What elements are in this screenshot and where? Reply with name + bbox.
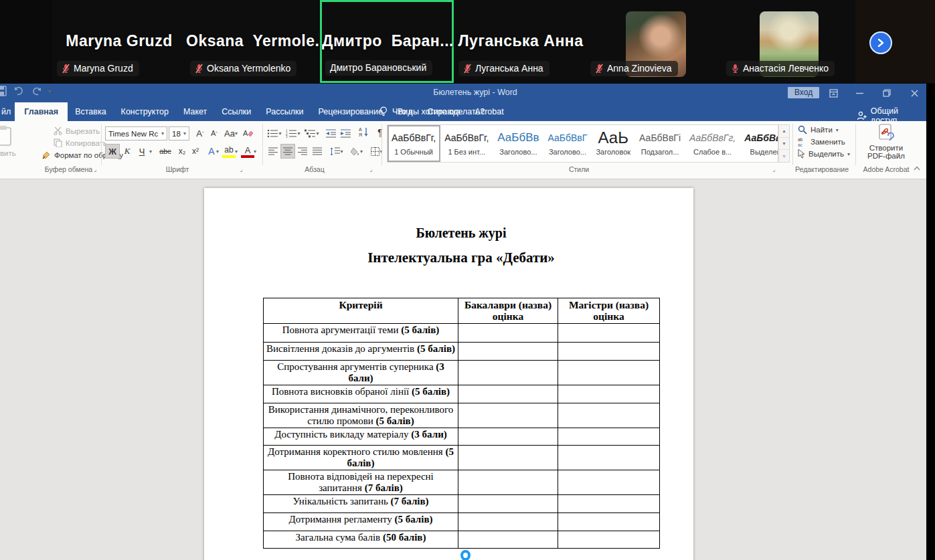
styles-scroll-up-button[interactable]: ▴ — [779, 125, 789, 138]
score-cell[interactable] — [558, 343, 660, 361]
minimize-button[interactable] — [852, 86, 867, 100]
participant-tile[interactable]: Maryna Gruzd Maryna Gruzd — [52, 0, 186, 83]
paste-button[interactable] — [0, 125, 12, 147]
score-cell[interactable] — [558, 470, 660, 495]
score-cell[interactable] — [458, 470, 558, 495]
paragraph-dialog-launcher[interactable]: ⌟ — [369, 167, 376, 173]
restore-button[interactable] — [879, 86, 894, 100]
create-pdf-button[interactable]: Створити PDF-файл — [862, 124, 910, 164]
tab-layout[interactable]: Макет — [176, 102, 214, 121]
align-right-button[interactable] — [296, 145, 309, 158]
document-area[interactable]: Бюлетень журі Інтелектуальна гра «Дебати… — [0, 179, 926, 560]
score-cell[interactable] — [458, 385, 558, 403]
score-cell[interactable] — [558, 531, 660, 549]
score-cell[interactable] — [458, 531, 558, 549]
justify-button[interactable] — [311, 145, 324, 158]
paste-label-cut[interactable]: вить — [0, 149, 16, 157]
font-dialog-launcher[interactable]: ⌟ — [240, 167, 246, 173]
participant-tile[interactable]: Anna Zinovieva — [588, 0, 721, 83]
superscript-button[interactable]: x² — [189, 145, 202, 158]
tab-home[interactable]: Главная — [15, 102, 68, 121]
underline-dropdown[interactable]: ▾ — [147, 145, 154, 158]
tab-references[interactable]: Ссылки — [214, 102, 258, 121]
tell-me-label: Что вы хотите сделать? — [392, 107, 485, 116]
styles-dialog-launcher[interactable]: ⌟ — [772, 167, 779, 173]
style-heading1[interactable]: АаБбВв Заголово... — [493, 125, 543, 162]
clear-formatting-button[interactable]: А — [241, 126, 254, 140]
shrink-font-button[interactable]: Аˇ — [207, 126, 221, 140]
style-no-spacing[interactable]: АаБбВвГг, 1 Без инт... — [440, 125, 493, 162]
document-page[interactable]: Бюлетень журі Інтелектуальна гра «Дебати… — [204, 188, 693, 560]
underline-button[interactable]: Ч — [135, 145, 149, 158]
style-normal[interactable]: АаБбВвГг, 1 Обычный — [388, 125, 440, 162]
sign-in-button[interactable]: Вход — [788, 87, 819, 98]
font-color-dropdown[interactable]: ▾ — [252, 145, 258, 158]
ribbon-display-options-button[interactable] — [826, 86, 841, 100]
text-effects-dropdown[interactable]: ▾ — [214, 145, 221, 158]
style-emphasis[interactable]: АаБбВвГг, Выделение — [740, 125, 778, 162]
tab-mailings[interactable]: Рассылки — [258, 102, 311, 121]
borders-button[interactable]: ▾ — [368, 145, 386, 158]
participant-tile[interactable]: Oksana Yermole... Oksana Yermolenko — [186, 0, 320, 83]
numbered-list-button[interactable]: 123▾ — [285, 126, 301, 140]
score-cell[interactable] — [458, 428, 558, 446]
styles-gallery-expand-button[interactable]: ▿ — [779, 150, 789, 162]
sort-button[interactable]: АЯ — [356, 125, 371, 138]
cut-button[interactable]: Вырезать — [54, 126, 100, 135]
score-cell[interactable] — [458, 403, 558, 428]
show-paragraph-marks-button[interactable]: ¶ — [373, 126, 387, 139]
participant-tile[interactable]: Луганська Анна Луганська Анна — [454, 0, 588, 83]
score-cell[interactable] — [458, 361, 558, 385]
tab-design[interactable]: Конструктор — [114, 102, 176, 121]
tab-review[interactable]: Рецензирование — [311, 102, 390, 121]
highlight-dropdown[interactable]: ▾ — [233, 145, 240, 158]
style-title[interactable]: АаЬ Заголовок — [592, 125, 635, 162]
score-cell[interactable] — [558, 446, 660, 470]
participant-tile-active-speaker[interactable]: Дмитро Баран... Дмитро Барановський — [320, 0, 454, 83]
select-button[interactable]: Выделить▾ — [798, 149, 850, 159]
next-participants-button[interactable] — [869, 31, 892, 54]
score-cell[interactable] — [458, 513, 558, 531]
score-cell[interactable] — [558, 513, 660, 531]
font-size-combobox[interactable]: 18▾ — [169, 126, 189, 141]
tab-file-cut[interactable]: йл — [0, 102, 15, 121]
align-center-button[interactable] — [281, 145, 294, 158]
subscript-button[interactable]: x₂ — [175, 145, 189, 158]
replace-button[interactable]: abас Заменить — [798, 137, 845, 147]
align-left-button[interactable] — [266, 145, 280, 158]
style-heading2[interactable]: АаБбВвГ Заголово... — [544, 125, 592, 162]
line-spacing-button[interactable]: ▾ — [328, 145, 345, 158]
font-name-combobox[interactable]: Times New Rс▾ — [105, 126, 167, 141]
change-case-button[interactable]: Аа▾ — [222, 126, 240, 140]
style-subtle-emphasis[interactable]: АаБбВвГг, Слабое в... — [685, 125, 740, 162]
score-cell[interactable] — [558, 385, 660, 403]
collapse-ribbon-button[interactable] — [910, 161, 924, 175]
tell-me-box[interactable]: Что вы хотите сделать? — [379, 106, 485, 116]
multilevel-list-button[interactable]: ▾ — [304, 126, 320, 140]
close-button[interactable] — [907, 86, 922, 100]
clipboard-dialog-launcher[interactable]: ⌟ — [94, 167, 100, 173]
decrease-indent-button[interactable] — [324, 126, 337, 140]
score-cell[interactable] — [558, 428, 660, 446]
increase-indent-button[interactable] — [339, 126, 352, 140]
strikethrough-button[interactable]: abc — [157, 145, 174, 158]
score-cell[interactable] — [458, 343, 558, 361]
styles-scroll-down-button[interactable]: ▾ — [779, 138, 789, 151]
find-button[interactable]: Найти▾ — [798, 125, 839, 134]
shading-button[interactable]: ▾ — [348, 145, 365, 158]
bullet-list-button[interactable]: ▾ — [266, 126, 282, 140]
score-cell[interactable] — [558, 403, 660, 428]
bold-button[interactable]: Ж — [106, 145, 119, 158]
score-cell[interactable] — [458, 324, 558, 343]
grow-font-button[interactable]: Аˆ — [193, 126, 207, 140]
score-cell[interactable] — [458, 495, 558, 513]
score-cell[interactable] — [558, 361, 660, 385]
italic-button[interactable]: К — [120, 145, 134, 158]
style-subtitle[interactable]: АаБбВвГі Подзагол... — [635, 125, 685, 162]
score-cell[interactable] — [558, 324, 660, 343]
score-cell[interactable] — [458, 446, 558, 470]
copy-button[interactable]: Копировать — [54, 138, 107, 147]
score-cell[interactable] — [558, 495, 660, 513]
tab-insert[interactable]: Вставка — [68, 102, 113, 121]
participant-tile[interactable]: Анастасія Левченко — [721, 0, 855, 83]
